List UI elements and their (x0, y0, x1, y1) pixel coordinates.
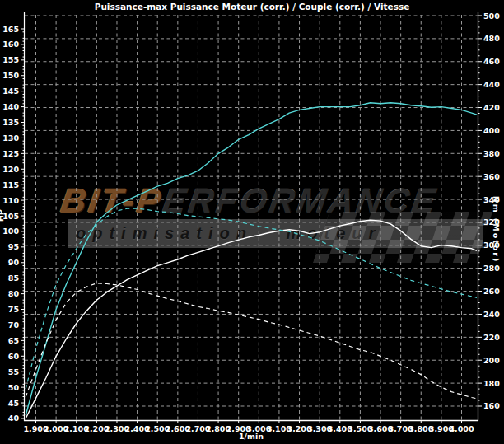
right-axis-tick-label: 180 (483, 379, 500, 388)
left-axis-tick-label: 80 (8, 289, 20, 298)
left-axis-tick-label: 165 (2, 25, 19, 34)
right-axis-tick-label: 160 (483, 401, 500, 410)
right-axis-tick-label: 400 (483, 126, 500, 135)
left-axis-tick-label: 100 (2, 227, 19, 236)
right-axis-tick-label: 360 (483, 172, 500, 181)
left-axis-tick-label: 95 (8, 242, 19, 251)
chart-title: Puissance-max Puissance Moteur (corr.) /… (0, 2, 504, 12)
left-axis-tick-label: 135 (2, 118, 19, 127)
left-axis-tick-label: 155 (2, 55, 19, 64)
left-axis-unit-label: HP (0, 203, 7, 228)
curve-couple-corr-origine (26, 283, 477, 399)
left-axis-tick-label: 55 (8, 367, 19, 376)
left-axis-tick-label: 60 (8, 352, 20, 361)
right-axis-tick-label: 200 (483, 356, 500, 365)
left-axis-tick-label: 85 (8, 273, 19, 283)
left-axis-tick-label: 125 (2, 149, 19, 158)
left-axis-tick-label: 130 (2, 133, 19, 143)
right-axis-unit-label: Nm (Motor) (490, 185, 501, 275)
left-axis-tick-label: 140 (2, 102, 19, 111)
left-axis-tick-label: 160 (2, 40, 19, 49)
right-axis-tick-label: 240 (483, 310, 500, 319)
left-axis-tick-label: 120 (2, 165, 19, 174)
curve-puissance-corr-origine (26, 220, 477, 418)
left-axis-tick-label: 90 (8, 258, 20, 267)
left-axis-tick-label: 50 (8, 383, 20, 392)
dyno-chart-screenshot: BIT-PERFORMANCE optimisation moteur 4045… (0, 0, 504, 444)
right-axis-tick-label: 440 (483, 80, 500, 89)
left-axis-tick-label: 45 (8, 399, 19, 408)
right-axis-tick-label: 480 (483, 34, 500, 43)
right-axis-tick-label: 460 (483, 57, 500, 66)
right-axis-tick-label: 500 (483, 12, 500, 21)
x-axis-unit-label: 1/min (226, 432, 276, 441)
left-axis-tick-label: 75 (8, 305, 19, 314)
left-axis-tick-label: 145 (2, 86, 19, 96)
curve-puissance-corr-optimisee (26, 103, 477, 416)
right-axis-tick-label: 420 (483, 103, 500, 112)
left-axis-tick-label: 40 (8, 414, 20, 423)
dyno-chart-plot: 4045505560657075808590951001051101151201… (0, 0, 504, 444)
right-axis-tick-label: 260 (483, 287, 500, 296)
curve-couple-corr-optimise (26, 208, 477, 389)
left-axis-tick-label: 70 (8, 320, 20, 329)
right-axis-tick-label: 380 (483, 149, 500, 158)
left-axis-tick-label: 150 (2, 71, 19, 80)
left-axis-tick-label: 65 (8, 336, 19, 345)
x-axis-tick-label: 4,000 (449, 424, 474, 433)
left-axis-tick-label: 115 (2, 180, 19, 189)
right-axis-tick-label: 220 (483, 333, 500, 342)
